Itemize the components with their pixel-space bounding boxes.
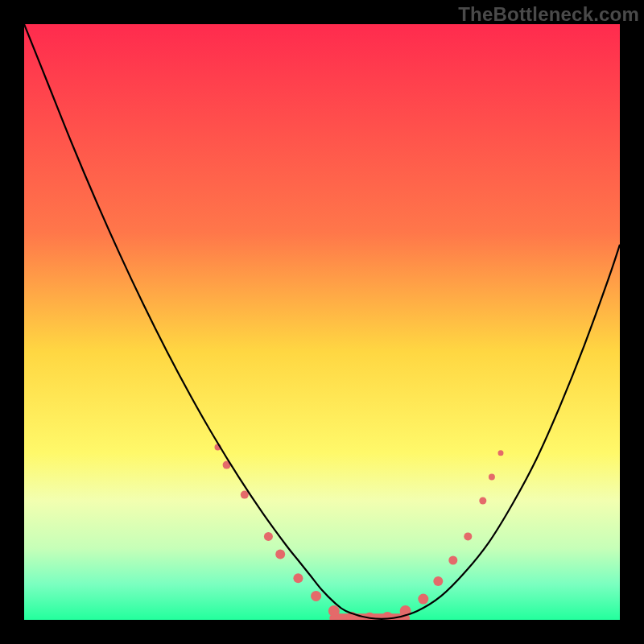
curve-dot — [448, 556, 457, 565]
curve-dot — [275, 550, 285, 559]
watermark-label: TheBottleneck.com — [458, 3, 639, 26]
gradient-background — [24, 24, 620, 620]
curve-dot — [418, 594, 428, 605]
chart-frame: TheBottleneck.com — [0, 0, 644, 644]
chart-svg — [24, 24, 620, 620]
curve-dot — [264, 532, 273, 541]
curve-dot — [433, 576, 443, 586]
curve-dot — [489, 473, 495, 480]
chart-plot-area — [24, 24, 620, 620]
curve-dot — [311, 591, 321, 601]
curve-dot — [293, 573, 303, 583]
curve-dot — [479, 497, 486, 505]
curve-dot — [498, 450, 504, 456]
curve-dot — [328, 605, 340, 617]
curve-dot — [464, 532, 472, 540]
